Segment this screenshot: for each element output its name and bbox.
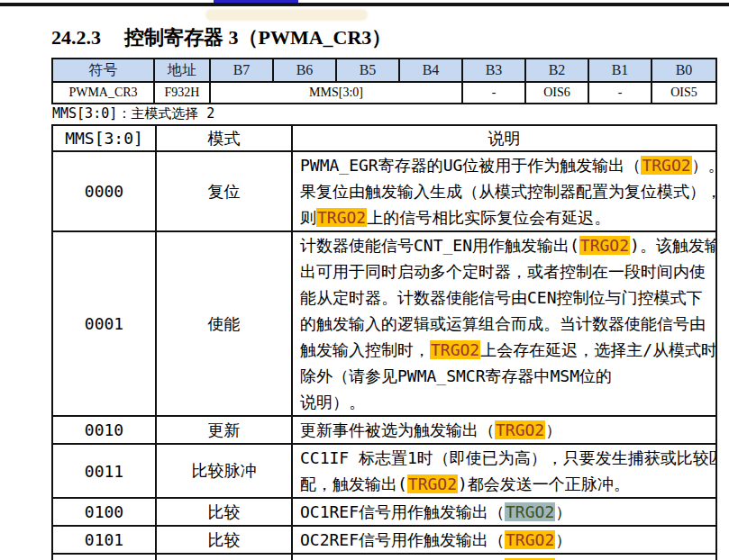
page-header-rule bbox=[0, 3, 729, 6]
description-line: 配，触发输出(TRGO2)都会发送一个正脉冲。 bbox=[300, 471, 712, 497]
mms-value: 0101 bbox=[52, 526, 156, 554]
description-line: 的触发输入的逻辑或运算组合而成。当计数器使能信号由 bbox=[300, 311, 712, 337]
col-header-b2: B2 bbox=[525, 59, 588, 82]
trgo2-highlight: TRGO2 bbox=[579, 236, 630, 255]
mms-description: 计数器使能信号CNT_EN用作触发输出(TRGO2)。该触发输出可用于同时启动多… bbox=[292, 231, 716, 416]
mms-mode: 比较 bbox=[156, 498, 292, 526]
mms-row-0011: 0011比较脉冲CC1IF 标志置1时（即使已为高），只要发生捕获或比较匹配，触… bbox=[52, 444, 716, 498]
mms-row-0010: 0010更新更新事件被选为触发输出（TRGO2） bbox=[52, 416, 716, 444]
description-line: 说明）。 bbox=[300, 389, 712, 415]
register-bit-b1: - bbox=[588, 82, 652, 104]
mms-description: CC1IF 标志置1时（即使已为高），只要发生捕获或比较匹配，触发输出(TRGO… bbox=[292, 444, 716, 498]
mms-row-0110: 0110比较OC3REF信号用作触发输出（TRGO2） bbox=[52, 554, 716, 560]
mms-row-0001: 0001使能计数器使能信号CNT_EN用作触发输出(TRGO2)。该触发输出可用… bbox=[52, 231, 716, 416]
description-line: OC3REF信号用作触发输出（TRGO2） bbox=[300, 555, 712, 560]
register-table-header-row: 符号 地址 B7 B6 B5 B4 B3 B2 B1 B0 bbox=[52, 59, 716, 82]
description-line: OC1REF信号用作触发输出（TRGO2） bbox=[300, 499, 712, 525]
col-header-symbol: 符号 bbox=[52, 59, 154, 82]
col-header-b7: B7 bbox=[210, 59, 273, 82]
mms-mode: 比较 bbox=[156, 554, 292, 560]
mms-value: 0000 bbox=[52, 151, 156, 231]
register-symbol: PWMA_CR3 bbox=[52, 82, 154, 104]
register-address: F932H bbox=[154, 82, 210, 104]
mms-row-0100: 0100比较OC1REF信号用作触发输出（TRGO2） bbox=[52, 498, 716, 526]
field-note: MMS[3:0]：主模式选择 2 bbox=[52, 105, 214, 122]
mms-value: 0001 bbox=[52, 231, 156, 416]
description-line: 出可用于同时启动多个定时器，或者控制在一段时间内使 bbox=[300, 258, 712, 285]
mms-mode: 比较 bbox=[156, 526, 292, 554]
description-line: CC1IF 标志置1时（即使已为高），只要发生捕获或比较匹 bbox=[300, 445, 712, 471]
description-line: 能从定时器。计数器使能信号由CEN控制位与门控模式下 bbox=[300, 285, 712, 311]
description-line: 果复位由触发输入生成（从模式控制器配置为复位模式）， bbox=[300, 178, 712, 204]
section-heading: 24.2.3控制寄存器 3（PWMA_CR3） bbox=[51, 24, 700, 51]
mms-mode: 使能 bbox=[156, 231, 292, 416]
mms-value: 0010 bbox=[52, 416, 156, 444]
trgo2-highlight: TRGO2 bbox=[641, 156, 691, 175]
trgo2-highlight: TRGO2 bbox=[505, 530, 555, 549]
watermark-smudge bbox=[205, 9, 368, 21]
mms-description: OC1REF信号用作触发输出（TRGO2） bbox=[292, 498, 716, 526]
col-header-b6: B6 bbox=[273, 59, 336, 82]
section-number: 24.2.3 bbox=[51, 26, 101, 49]
register-bit-b2: OIS6 bbox=[525, 82, 588, 104]
col-header-description: 说明 bbox=[292, 125, 716, 151]
mms-row-0101: 0101比较OC2REF信号用作触发输出（TRGO2） bbox=[52, 526, 716, 554]
description-line: 计数器使能信号CNT_EN用作触发输出(TRGO2)。该触发输 bbox=[300, 232, 712, 258]
description-line: PWMA_EGR寄存器的UG位被用于作为触发输出（TRGO2）。如 bbox=[300, 152, 712, 178]
col-header-b5: B5 bbox=[336, 59, 399, 82]
description-line: OC2REF信号用作触发输出（TRGO2） bbox=[300, 527, 712, 553]
col-header-mms: MMS[3:0] bbox=[52, 125, 156, 151]
document-page: MCU 24.2.3控制寄存器 3（PWMA_CR3） 符号 地址 B7 B6 … bbox=[0, 0, 729, 560]
col-header-b0: B0 bbox=[652, 59, 716, 82]
mms-description: PWMA_EGR寄存器的UG位被用于作为触发输出（TRGO2）。如果复位由触发输… bbox=[292, 151, 716, 231]
register-bits-7-4: MMS[3:0] bbox=[210, 82, 462, 104]
trgo2-highlight: TRGO2 bbox=[495, 420, 545, 439]
mms-value: 0110 bbox=[52, 554, 156, 560]
mms-row-0000: 0000复位PWMA_EGR寄存器的UG位被用于作为触发输出（TRGO2）。如果… bbox=[52, 151, 716, 231]
mms-mode-table: MMS[3:0] 模式 说明 0000复位PWMA_EGR寄存器的UG位被用于作… bbox=[51, 124, 717, 560]
mms-mode: 复位 bbox=[156, 151, 292, 231]
register-bit-b3: - bbox=[462, 82, 525, 104]
register-table-value-row: PWMA_CR3 F932H MMS[3:0] - OIS6 - OIS5 bbox=[52, 82, 716, 104]
mms-mode: 更新 bbox=[156, 416, 292, 444]
trgo2-highlight: TRGO2 bbox=[407, 474, 458, 493]
register-bit-table: 符号 地址 B7 B6 B5 B4 B3 B2 B1 B0 PWMA_CR3 F… bbox=[51, 58, 717, 104]
mms-mode: 比较脉冲 bbox=[156, 444, 292, 498]
mms-value: 0100 bbox=[52, 498, 156, 526]
register-bit-b0: OIS5 bbox=[652, 82, 716, 104]
mms-description: OC2REF信号用作触发输出（TRGO2） bbox=[292, 526, 716, 554]
header-link-underline bbox=[214, 0, 298, 3]
col-header-b1: B1 bbox=[588, 59, 652, 82]
mms-description: 更新事件被选为触发输出（TRGO2） bbox=[292, 416, 716, 444]
col-header-b3: B3 bbox=[462, 59, 525, 82]
trgo2-highlight: TRGO2 bbox=[430, 340, 480, 359]
description-line: 更新事件被选为触发输出（TRGO2） bbox=[300, 417, 712, 443]
col-header-address: 地址 bbox=[154, 59, 210, 82]
description-line: 除外（请参见PWMA_SMCR寄存器中MSM位的 bbox=[300, 363, 712, 389]
description-line: 触发输入控制时，TRGO2上会存在延迟，选择主/从模式时 bbox=[300, 337, 712, 363]
section-title: 控制寄存器 3（PWMA_CR3） bbox=[124, 26, 391, 49]
col-header-b4: B4 bbox=[399, 59, 462, 82]
col-header-mode: 模式 bbox=[156, 125, 292, 151]
description-line: 则TRGO2上的信号相比实际复位会有延迟。 bbox=[300, 204, 712, 230]
mms-description: OC3REF信号用作触发输出（TRGO2） bbox=[292, 554, 716, 560]
trgo2-highlight-selected: TRGO2 bbox=[505, 502, 555, 521]
mms-value: 0011 bbox=[52, 444, 156, 498]
trgo2-highlight: TRGO2 bbox=[316, 208, 367, 227]
mms-table-header-row: MMS[3:0] 模式 说明 bbox=[52, 125, 716, 151]
